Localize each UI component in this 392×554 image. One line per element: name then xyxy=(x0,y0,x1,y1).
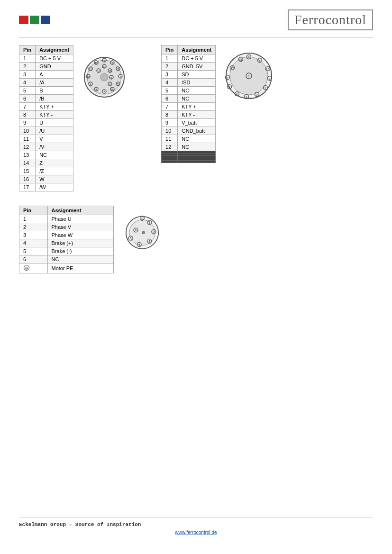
table-cell: KTY + xyxy=(36,103,73,111)
table-cell: 3 xyxy=(19,71,36,79)
table-cell: 5 xyxy=(19,247,48,255)
company-text: Eckelmann Group – Source of Inspiration xyxy=(19,522,373,527)
svg-text:12: 12 xyxy=(231,67,234,70)
table-cell: A xyxy=(36,71,73,79)
table-cell: 4 xyxy=(19,79,36,87)
table-cell: /SD xyxy=(178,79,216,87)
table-cell: NC xyxy=(178,95,216,103)
table-cell: 13 xyxy=(19,151,36,159)
connector7-diagram: 1 2 3 4 5 6 xyxy=(121,210,164,253)
website-link[interactable]: www.ferrocontrol.de xyxy=(19,530,373,535)
table-cell: 8 xyxy=(162,111,178,119)
table-cell: 7 xyxy=(162,103,178,111)
table-cell: 4 xyxy=(162,79,178,87)
table3-assignment-header: Assignment xyxy=(47,206,113,215)
table-cell: /A xyxy=(36,79,73,87)
svg-text:1: 1 xyxy=(104,59,105,62)
table-cell: 11 xyxy=(19,135,36,143)
table-cell: NC xyxy=(47,255,113,263)
table-cell: 3 xyxy=(19,231,48,239)
table-cell: 17 xyxy=(19,183,36,191)
svg-text:16: 16 xyxy=(111,88,114,91)
table-cell: 1 xyxy=(19,215,48,223)
table-cell: NC xyxy=(36,151,73,159)
section1-tables: Pin Assignment 1DC + 5 V2GND3A4/A5B6/B7K… xyxy=(0,40,392,196)
footer: Eckelmann Group – Source of Inspiration … xyxy=(19,518,373,535)
svg-text:5: 5 xyxy=(111,76,112,79)
table-cell: Brake (-) xyxy=(47,247,113,255)
table-cell: 2 xyxy=(19,223,48,231)
table-cell: NC xyxy=(178,143,216,151)
table-cell: 6 xyxy=(19,255,48,263)
table-cell: 14 xyxy=(19,159,36,167)
svg-text:6: 6 xyxy=(109,83,111,86)
table-cell: NC xyxy=(178,135,216,143)
svg-text:1: 1 xyxy=(149,221,151,224)
svg-text:5: 5 xyxy=(130,236,132,240)
table1-block: Pin Assignment 1DC + 5 V2GND3A4/A5B6/B7K… xyxy=(19,45,128,191)
table-cell: 15 xyxy=(19,167,36,175)
svg-text:4: 4 xyxy=(138,243,140,246)
table-cell: Phase W xyxy=(47,231,113,239)
table2-pin-header: Pin xyxy=(162,45,178,54)
table-cell xyxy=(19,263,48,273)
table-cell: Motor PE xyxy=(47,263,113,273)
table-cell: 9 xyxy=(162,119,178,127)
connector17-diagram: 1 2 3 4 15 16 7 8 9 xyxy=(81,50,128,102)
table-cell: 7 xyxy=(19,103,36,111)
table-cell: 11 xyxy=(162,135,178,143)
table-cell: /Z xyxy=(36,167,73,175)
table-cell: 6 xyxy=(162,95,178,103)
table-cell: 1 xyxy=(19,54,36,63)
table-cell: 5 xyxy=(19,87,36,95)
table-cell: V xyxy=(36,135,73,143)
svg-text:11: 11 xyxy=(239,58,243,61)
connector7-wrap: 1 2 3 4 5 6 xyxy=(121,210,164,253)
table-cell: 2 xyxy=(19,63,36,71)
table-cell: GND_5V xyxy=(178,63,216,71)
table-cell: 12 xyxy=(162,143,178,151)
table3-pin-header: Pin xyxy=(19,206,48,215)
table-cell: 10 xyxy=(19,127,36,135)
brand-name: Ferrocontrol xyxy=(288,9,373,30)
svg-text:3: 3 xyxy=(118,68,119,71)
table-cell: U xyxy=(36,119,73,127)
svg-text:17: 17 xyxy=(97,70,100,73)
svg-text:6: 6 xyxy=(135,228,137,232)
table-cell: Phase V xyxy=(47,223,113,231)
table-cell: 16 xyxy=(19,175,36,183)
svg-text:10: 10 xyxy=(266,68,270,71)
table-cell: /U xyxy=(36,127,73,135)
table-cell xyxy=(178,161,216,163)
table-cell: 6 xyxy=(19,95,36,103)
svg-point-87 xyxy=(142,231,145,234)
table1-assignment-header: Assignment xyxy=(36,45,73,54)
svg-text:7: 7 xyxy=(104,91,105,93)
svg-text:8: 8 xyxy=(96,88,97,91)
table-cell: KTY - xyxy=(178,111,216,119)
table-cell: Z xyxy=(36,159,73,167)
logo xyxy=(19,16,50,24)
flag-red xyxy=(19,16,28,24)
table1-pin-header: Pin xyxy=(19,45,36,54)
svg-text:4: 4 xyxy=(120,75,121,78)
table-cell: KTY + xyxy=(178,103,216,111)
footer-divider xyxy=(19,518,373,518)
svg-text:2: 2 xyxy=(112,62,113,64)
table2-block: Pin Assignment 1DC + 5 V2GND_5V3SD4/SD5N… xyxy=(161,45,275,163)
svg-point-2 xyxy=(100,73,108,81)
flag-green xyxy=(30,16,39,24)
table-cell: /V xyxy=(36,143,73,151)
svg-text:9: 9 xyxy=(90,83,91,86)
header: Ferrocontrol xyxy=(0,0,392,35)
table-cell: V_batt xyxy=(178,119,216,127)
table-cell: /W xyxy=(36,183,73,191)
table-cell: W xyxy=(36,175,73,183)
table3-block: Pin Assignment 1Phase U2Phase V3Phase W4… xyxy=(19,206,373,273)
connector17-wrap: 1 2 3 4 15 16 7 8 9 xyxy=(81,50,128,102)
table-cell: 1 xyxy=(162,54,178,63)
table-cell: GND_batt xyxy=(178,127,216,135)
table2: Pin Assignment 1DC + 5 V2GND_5V3SD4/SD5N… xyxy=(161,45,216,163)
table-cell: 4 xyxy=(19,239,48,247)
table-cell: B xyxy=(36,87,73,95)
